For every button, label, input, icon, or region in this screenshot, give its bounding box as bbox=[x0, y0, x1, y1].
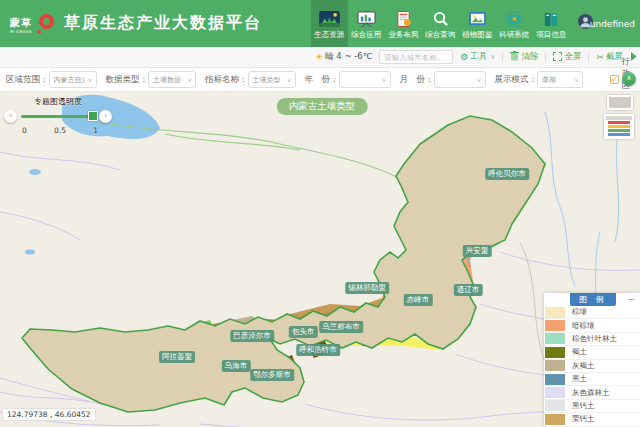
tools-button[interactable]: ⚙ 工具 ∨ bbox=[460, 51, 495, 63]
landscape-icon bbox=[319, 11, 340, 27]
nav-tab-label: 综合查询 bbox=[425, 30, 455, 40]
document-icon bbox=[393, 11, 414, 27]
chevron-down-icon: ∨ bbox=[574, 76, 579, 82]
collapse-filters-button[interactable]: ∧ bbox=[622, 72, 636, 86]
legend-items: 棕壤暗棕壤棕色针叶林土褐土灰褐土黑土灰色森林土黑钙土栗钙土 bbox=[544, 306, 640, 427]
mode-filter-label: 展示模式： bbox=[495, 74, 538, 86]
month-select[interactable]: ∨ bbox=[434, 71, 486, 88]
nav-tab-6[interactable]: 科研系统 bbox=[496, 0, 533, 47]
data-type-select[interactable]: 土壤数据∨ bbox=[148, 71, 196, 88]
opacity-slider-widget: 专题图透明度 ‹ › 0 0.5 1 bbox=[4, 96, 112, 135]
nav-tab-label: 综合应用 bbox=[351, 30, 381, 40]
basemap-thumbnail[interactable] bbox=[607, 95, 633, 110]
display-mode-select[interactable]: 单期∨ bbox=[537, 71, 583, 88]
nav-tab-label: 生态资源 bbox=[314, 30, 344, 40]
slider-handle[interactable] bbox=[88, 111, 98, 121]
legend-minimize-button[interactable]: − bbox=[627, 293, 635, 305]
legend-item-label: 栗钙土 bbox=[572, 414, 595, 424]
legend-item: 黑土 bbox=[544, 373, 640, 386]
scissors-icon: ✂ bbox=[596, 52, 604, 62]
gear-icon: ⚙ bbox=[460, 52, 468, 62]
opacity-slider-label: 专题图透明度 bbox=[4, 96, 112, 107]
sub-toolbar: ☀ 晴 4 ~ -6℃ ⚙ 工具 ∨ 清除 全屏 ✂ 截屏 bbox=[0, 47, 640, 68]
layer-thumbnail[interactable] bbox=[604, 114, 634, 139]
nav-tab-7[interactable]: 项目信息 bbox=[533, 0, 570, 47]
map-title-badge: 内蒙古土壤类型 bbox=[277, 98, 368, 115]
nav-tab-label: 业务布局 bbox=[388, 30, 418, 40]
map-container: 内蒙古土壤类型 专题图透明度 ‹ › 0 0.5 1 呼伦贝尔市兴安盟通辽市赤峰… bbox=[0, 92, 640, 427]
nav-tab-label: 项目信息 bbox=[536, 30, 566, 40]
city-search-input[interactable] bbox=[379, 50, 453, 64]
arrow-right-icon bbox=[630, 52, 637, 63]
legend-item: 暗棕壤 bbox=[544, 319, 640, 332]
legend-item-label: 暗棕壤 bbox=[572, 321, 595, 331]
nav-tab-5[interactable]: 植物图鉴 bbox=[459, 0, 496, 47]
nav-tab-3[interactable]: 业务布局 bbox=[385, 0, 422, 47]
books-icon bbox=[541, 11, 562, 27]
slider-track[interactable] bbox=[21, 115, 95, 118]
legend-item-label: 黑土 bbox=[572, 374, 587, 384]
indicator-select[interactable]: 土壤类型∨ bbox=[248, 71, 296, 88]
nav-tab-1[interactable]: 生态资源 bbox=[311, 0, 348, 47]
atom-icon bbox=[504, 11, 525, 27]
nav-tabs: 生态资源综合应用业务布局综合查询植物图鉴科研系统项目信息 bbox=[311, 0, 570, 47]
slider-increase-button[interactable]: › bbox=[99, 110, 112, 123]
brand-subtitle: M-GRASS bbox=[10, 30, 32, 34]
legend-swatch bbox=[545, 400, 565, 411]
cursor-coordinates: 124.79738 , 46.60452 bbox=[2, 408, 96, 421]
chevron-down-icon: ∨ bbox=[187, 76, 192, 82]
legend-swatch bbox=[545, 387, 565, 398]
legend-swatch bbox=[545, 360, 565, 371]
legend-item-label: 灰色森林土 bbox=[572, 388, 610, 398]
trash-icon bbox=[510, 51, 519, 63]
year-filter-label: 年 份： bbox=[305, 74, 339, 86]
legend-item-label: 灰褐土 bbox=[572, 361, 595, 371]
chevron-down-icon: ∨ bbox=[87, 76, 92, 82]
chevron-down-icon: ∨ bbox=[381, 76, 386, 82]
legend-swatch bbox=[545, 374, 565, 385]
fullscreen-button[interactable]: 全屏 bbox=[553, 51, 581, 63]
region-select[interactable]: 内蒙古自治区∨ bbox=[49, 71, 97, 88]
nav-tab-2[interactable]: 综合应用 bbox=[348, 0, 385, 47]
slider-tick: 1 bbox=[93, 126, 98, 135]
header: 蒙草 M-GRASS 草原生态产业大数据平台 生态资源综合应用业务布局综合查询植… bbox=[0, 0, 640, 47]
weather-status: ☀ 晴 4 ~ -6℃ bbox=[315, 51, 372, 63]
chevron-down-icon: ∨ bbox=[490, 53, 495, 61]
legend-item: 褐土 bbox=[544, 346, 640, 359]
year-select[interactable]: ∨ bbox=[339, 71, 391, 88]
fullscreen-icon bbox=[553, 52, 562, 63]
nav-tab-label: 科研系统 bbox=[499, 30, 529, 40]
weather-text: 晴 4 ~ -6℃ bbox=[325, 51, 372, 63]
legend-item-label: 棕色针叶林土 bbox=[572, 334, 617, 344]
app-window: 蒙草 M-GRASS 草原生态产业大数据平台 生态资源综合应用业务布局综合查询植… bbox=[0, 0, 640, 427]
brand-name: 蒙草 bbox=[10, 17, 32, 28]
nav-tab-4[interactable]: 综合查询 bbox=[422, 0, 459, 47]
user-name: undefined bbox=[590, 19, 635, 29]
legend-swatch bbox=[545, 333, 565, 344]
legend-swatch bbox=[545, 320, 565, 331]
user-block[interactable]: undefined bbox=[578, 14, 635, 33]
legend-item: 灰褐土 bbox=[544, 360, 640, 373]
search-icon bbox=[430, 11, 451, 27]
nav-tab-label: 植物图鉴 bbox=[462, 30, 492, 40]
clear-button[interactable]: 清除 bbox=[510, 51, 538, 63]
month-filter-label: 月 份： bbox=[400, 74, 434, 86]
legend-item-label: 黑钙土 bbox=[572, 401, 595, 411]
legend-item-label: 褐土 bbox=[572, 347, 587, 357]
legend-swatch bbox=[545, 414, 565, 425]
page-title: 草原生态产业大数据平台 bbox=[64, 13, 262, 34]
filter-bar: 区域范围： 内蒙古自治区∨ 数据类型： 土壤数据∨ 指标名称： 土壤类型∨ 年 … bbox=[0, 68, 640, 92]
region-filter-label: 区域范围： bbox=[6, 74, 49, 86]
sun-icon: ☀ bbox=[315, 52, 323, 62]
legend-item-label: 棕壤 bbox=[572, 307, 587, 317]
legend-item: 栗钙土 bbox=[544, 413, 640, 426]
basemap-switcher bbox=[604, 95, 634, 139]
picture-icon bbox=[467, 11, 488, 27]
legend-item: 棕色针叶林土 bbox=[544, 333, 640, 346]
checkbox-icon: ✓ bbox=[610, 75, 619, 84]
slider-decrease-button[interactable]: ‹ bbox=[4, 110, 17, 123]
indicator-filter-label: 指标名称： bbox=[205, 74, 248, 86]
chevron-down-icon: ∨ bbox=[476, 76, 481, 82]
panel-expand-button[interactable] bbox=[630, 52, 637, 63]
slider-tick: 0.5 bbox=[54, 126, 66, 135]
